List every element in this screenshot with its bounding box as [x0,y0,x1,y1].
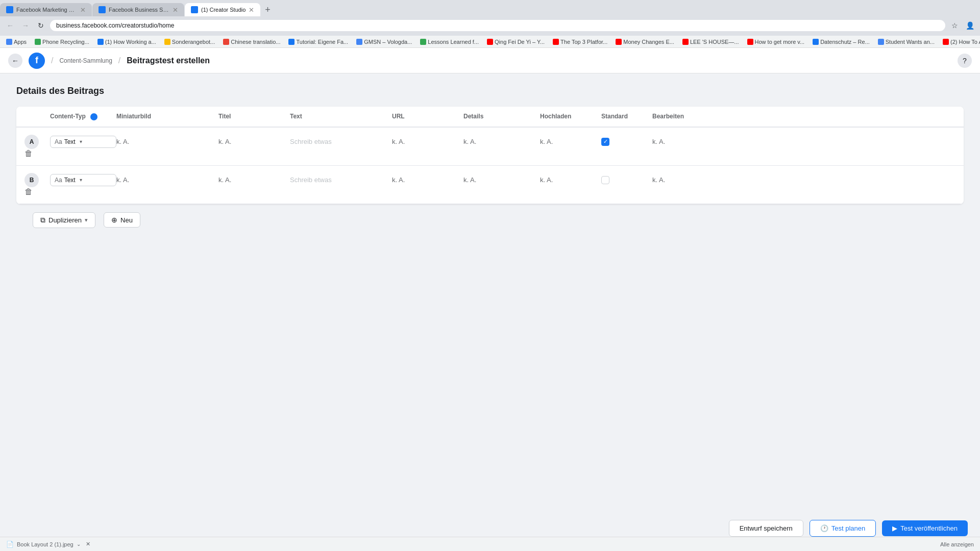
duplicate-label: Duplizieren [48,216,82,224]
bookmark-label-tutorial: Tutorial: Eigene Fa... [296,39,348,45]
tab-label-3: (1) Creator Studio [201,7,246,13]
bookmark-icon-chinese [223,39,229,45]
bookmark-icon-gmsn [356,39,362,45]
row-a-thumbnail: k. A. [116,138,218,145]
bookmark-label-top3: The Top 3 Platfor... [560,39,607,45]
row-b-url: k. A. [392,176,463,184]
fb-logo: f [29,53,45,69]
bookmark-datenschutz[interactable]: Datenschutz – Re... [811,38,872,46]
clock-icon: 🕐 [820,524,828,532]
col-header-edit: Bearbeiten [652,113,693,120]
forward-nav-button[interactable]: → [19,19,32,32]
bookmark-apps[interactable]: Apps [4,38,29,46]
bookmark-qing[interactable]: Qing Fei De Yi – Y... [485,38,547,46]
row-b-content-type[interactable]: Aa Text ▾ [50,174,116,186]
bookmark-icon-phone [35,39,41,45]
bookmark-top3[interactable]: The Top 3 Platfor... [551,38,609,46]
bookmark-label-qing: Qing Fei De Yi – Y... [495,39,545,45]
tab-close-1[interactable]: ✕ [80,6,86,14]
page-title: Beitragstest erstellen [127,56,210,65]
reload-button[interactable]: ↻ [35,19,47,32]
tab-2[interactable]: Facebook Business Suite ✕ [92,3,184,16]
duplicate-button[interactable]: ⧉ Duplizieren ▾ [33,212,95,228]
row-a-details: k. A. [463,138,540,145]
col-header-text: Text [290,113,392,120]
back-button[interactable]: ← [8,54,22,68]
bookmark-label-working: (1) How Working a... [105,39,156,45]
dropdown-arrow-b: ▾ [80,177,82,183]
tab-label-2: Facebook Business Suite [109,7,169,13]
section-title: Details des Beitrags [16,86,964,96]
content-type-label-b: Text [64,177,76,184]
bookmark-icon-tutorial [288,39,295,45]
url-input[interactable] [50,20,945,31]
row-label-b: B [24,173,39,187]
publish-label: Test veröffentlichen [900,524,958,532]
bookmark-working[interactable]: (1) How Working a... [95,38,158,46]
bookmark-student[interactable]: Student Wants an... [876,38,937,46]
row-b-standard[interactable] [601,176,652,184]
col-header-url: URL [392,113,463,120]
bookmark-icon-qing [487,39,493,45]
col-header-thumbnail: Miniaturbild [116,113,218,120]
draft-save-button[interactable]: Entwurf speichern [729,520,803,537]
main-content: Details des Beitrags Content-Typ Miniatu… [0,73,980,538]
bookmark-tutorial[interactable]: Tutorial: Eigene Fa... [286,38,350,46]
delete-button-b[interactable]: 🗑 [24,187,50,196]
row-a-text[interactable]: Schreib etwas [290,138,392,145]
breadcrumb: Content-Sammlung [59,57,112,64]
tab-3[interactable]: (1) Creator Studio ✕ [185,3,260,16]
publish-icon: ▶ [892,524,897,532]
tab-1[interactable]: Facebook Marketing & Werbe... ✕ [0,3,92,16]
app-header: ← f / Content-Sammlung / Beitragstest er… [0,48,980,73]
bookmark-money[interactable]: Money Changes E... [614,38,676,46]
address-bar: ← → ↻ ☆ 👤 [0,16,980,35]
duplicate-dropdown-arrow: ▾ [85,217,88,223]
bookmark-icon-apps [6,39,12,45]
row-a-standard[interactable] [601,138,652,146]
bookmark-label-how2add: (2) How To Add A... [950,39,980,45]
content-type-select-b[interactable]: Aa Text ▾ [50,174,116,186]
row-a-content-type[interactable]: Aa Text ▾ [50,136,116,148]
duplicate-icon: ⧉ [40,216,45,224]
bookmarks-bar: Apps Phone Recycling... (1) How Working … [0,36,980,48]
bookmark-icon-sonder [164,39,170,45]
tab-close-3[interactable]: ✕ [249,6,254,14]
bookmark-icon-top3 [553,39,559,45]
row-b-title: k. A. [218,176,290,184]
table-row: B Aa Text ▾ k. A. k. A. Schreib etwas k.… [16,166,964,204]
bookmark-icon-student [878,39,884,45]
tab-favicon-3 [191,6,198,13]
bookmark-label-lessons: Lessons Learned f... [428,39,479,45]
profile-button[interactable]: 👤 [964,19,976,32]
bookmark-gmsn[interactable]: GMSN – Vologda... [354,38,414,46]
bookmark-label-money: Money Changes E... [623,39,674,45]
bookmark-chinese[interactable]: Chinese translatio... [221,38,282,46]
content-type-select-a[interactable]: Aa Text ▾ [50,136,116,148]
bookmark-star[interactable]: ☆ [948,19,961,32]
bookmark-sonder[interactable]: Sonderangebot... [162,38,217,46]
bookmark-lee[interactable]: LEE 'S HOUSE—... [680,38,741,46]
test-plan-button[interactable]: 🕐 Test planen [810,520,876,537]
row-b-details: k. A. [463,176,540,184]
new-tab-button[interactable]: + [261,3,274,16]
bookmark-lessons[interactable]: Lessons Learned f... [418,38,481,46]
bookmark-howto[interactable]: How to get more v... [745,38,807,46]
tab-close-2[interactable]: ✕ [173,6,178,14]
bookmark-label-howto: How to get more v... [755,39,805,45]
bookmark-how2add[interactable]: (2) How To Add A... [941,38,980,46]
table-row: A Aa Text ▾ k. A. k. A. Schreib etwas k.… [16,128,964,166]
checkbox-a[interactable] [601,138,609,146]
new-button[interactable]: ⊕ Neu [104,212,140,228]
delete-button-a[interactable]: 🗑 [24,149,50,158]
help-button[interactable]: ? [958,54,972,68]
checkbox-b[interactable] [601,176,609,184]
row-label-a: A [24,135,39,149]
bookmark-label-sonder: Sonderangebot... [172,39,215,45]
row-b-edit: k. A. [652,176,693,184]
bookmark-phone[interactable]: Phone Recycling... [33,38,91,46]
progress-indicator [90,113,97,120]
row-b-text[interactable]: Schreib etwas [290,176,392,184]
publish-button[interactable]: ▶ Test veröffentlichen [882,520,968,536]
back-nav-button[interactable]: ← [4,19,16,32]
